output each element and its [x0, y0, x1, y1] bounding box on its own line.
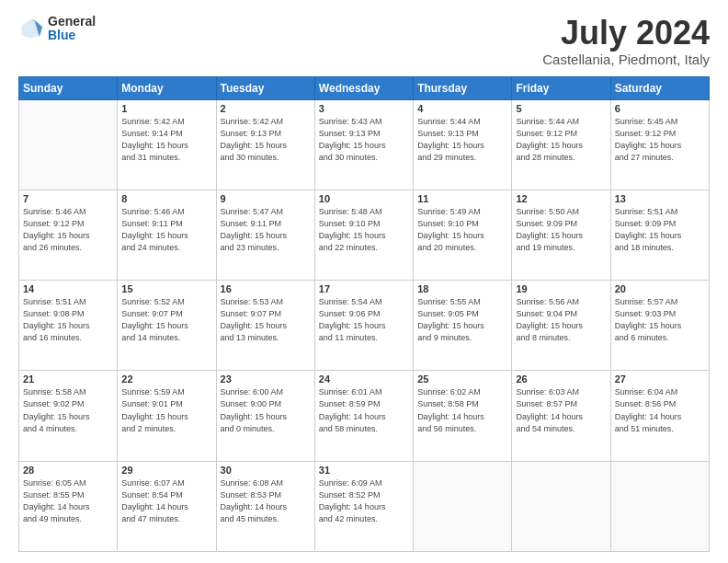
calendar-cell: 1Sunrise: 5:42 AM Sunset: 9:14 PM Daylig…: [118, 99, 216, 190]
day-info: Sunrise: 6:08 AM Sunset: 8:53 PM Dayligh…: [221, 477, 311, 525]
header: General Blue July 2024 Castellania, Pied…: [18, 15, 710, 67]
calendar-cell: 18Sunrise: 5:55 AM Sunset: 9:05 PM Dayli…: [414, 281, 512, 371]
day-number: 1: [121, 103, 211, 114]
day-number: 23: [221, 373, 311, 385]
calendar-cell: 24Sunrise: 6:01 AM Sunset: 8:59 PM Dayli…: [314, 371, 413, 461]
day-number: 6: [615, 103, 705, 114]
calendar-cell: 17Sunrise: 5:54 AM Sunset: 9:06 PM Dayli…: [314, 281, 413, 371]
day-number: 21: [23, 373, 113, 385]
day-info: Sunrise: 5:49 AM Sunset: 9:10 PM Dayligh…: [417, 206, 507, 254]
col-tuesday: Tuesday: [216, 76, 314, 99]
col-friday: Friday: [512, 76, 610, 99]
col-monday: Monday: [118, 76, 216, 99]
day-info: Sunrise: 5:56 AM Sunset: 9:04 PM Dayligh…: [516, 296, 606, 344]
calendar-cell: 31Sunrise: 6:09 AM Sunset: 8:52 PM Dayli…: [314, 461, 413, 551]
calendar-cell: 23Sunrise: 6:00 AM Sunset: 9:00 PM Dayli…: [216, 371, 314, 461]
calendar-cell: 2Sunrise: 5:42 AM Sunset: 9:13 PM Daylig…: [216, 99, 314, 190]
col-thursday: Thursday: [414, 76, 512, 99]
calendar-cell: 21Sunrise: 5:58 AM Sunset: 9:02 PM Dayli…: [19, 371, 118, 461]
day-info: Sunrise: 6:05 AM Sunset: 8:55 PM Dayligh…: [23, 477, 113, 525]
calendar-cell: 4Sunrise: 5:44 AM Sunset: 9:13 PM Daylig…: [414, 99, 512, 190]
logo-text: General Blue: [48, 15, 96, 43]
day-number: 19: [516, 283, 606, 294]
day-number: 14: [23, 283, 113, 294]
calendar-cell: 26Sunrise: 6:03 AM Sunset: 8:57 PM Dayli…: [512, 371, 610, 461]
day-number: 22: [121, 373, 211, 385]
day-info: Sunrise: 6:03 AM Sunset: 8:57 PM Dayligh…: [516, 386, 606, 434]
day-number: 17: [319, 283, 409, 294]
col-wednesday: Wednesday: [314, 76, 413, 99]
day-info: Sunrise: 5:51 AM Sunset: 9:09 PM Dayligh…: [615, 206, 705, 254]
calendar-cell: 3Sunrise: 5:43 AM Sunset: 9:13 PM Daylig…: [314, 99, 413, 190]
day-info: Sunrise: 5:59 AM Sunset: 9:01 PM Dayligh…: [121, 386, 211, 434]
calendar-cell: [414, 461, 512, 551]
day-number: 8: [121, 193, 211, 204]
day-number: 30: [221, 465, 311, 476]
day-number: 20: [615, 283, 705, 294]
calendar-cell: 9Sunrise: 5:47 AM Sunset: 9:11 PM Daylig…: [216, 190, 314, 280]
day-number: 2: [221, 103, 311, 114]
calendar-cell: 29Sunrise: 6:07 AM Sunset: 8:54 PM Dayli…: [118, 461, 216, 551]
day-info: Sunrise: 5:50 AM Sunset: 9:09 PM Dayligh…: [516, 206, 606, 254]
day-info: Sunrise: 6:09 AM Sunset: 8:52 PM Dayligh…: [319, 477, 409, 525]
day-number: 18: [417, 283, 507, 294]
calendar-cell: 10Sunrise: 5:48 AM Sunset: 9:10 PM Dayli…: [314, 190, 413, 280]
day-number: 5: [516, 103, 606, 114]
calendar-cell: 28Sunrise: 6:05 AM Sunset: 8:55 PM Dayli…: [19, 461, 118, 551]
calendar-week-1: 1Sunrise: 5:42 AM Sunset: 9:14 PM Daylig…: [19, 99, 710, 190]
calendar-cell: 15Sunrise: 5:52 AM Sunset: 9:07 PM Dayli…: [118, 281, 216, 371]
day-info: Sunrise: 5:46 AM Sunset: 9:11 PM Dayligh…: [121, 206, 211, 254]
calendar-cell: 11Sunrise: 5:49 AM Sunset: 9:10 PM Dayli…: [414, 190, 512, 280]
day-info: Sunrise: 5:53 AM Sunset: 9:07 PM Dayligh…: [221, 296, 311, 344]
day-info: Sunrise: 5:44 AM Sunset: 9:12 PM Dayligh…: [516, 116, 606, 164]
calendar-cell: 6Sunrise: 5:45 AM Sunset: 9:12 PM Daylig…: [610, 99, 709, 190]
calendar-cell: 5Sunrise: 5:44 AM Sunset: 9:12 PM Daylig…: [512, 99, 610, 190]
day-number: 29: [121, 465, 211, 476]
day-info: Sunrise: 5:51 AM Sunset: 9:08 PM Dayligh…: [23, 296, 113, 344]
calendar-cell: [19, 99, 118, 190]
calendar-cell: 12Sunrise: 5:50 AM Sunset: 9:09 PM Dayli…: [512, 190, 610, 280]
calendar-cell: 19Sunrise: 5:56 AM Sunset: 9:04 PM Dayli…: [512, 281, 610, 371]
day-info: Sunrise: 5:43 AM Sunset: 9:13 PM Dayligh…: [319, 116, 409, 164]
day-number: 26: [516, 373, 606, 385]
title-block: July 2024 Castellania, Piedmont, Italy: [542, 15, 710, 67]
page: General Blue July 2024 Castellania, Pied…: [0, 0, 728, 563]
day-info: Sunrise: 5:46 AM Sunset: 9:12 PM Dayligh…: [23, 206, 113, 254]
day-info: Sunrise: 6:07 AM Sunset: 8:54 PM Dayligh…: [121, 477, 211, 525]
calendar-header-row: Sunday Monday Tuesday Wednesday Thursday…: [19, 76, 710, 99]
day-number: 10: [319, 193, 409, 204]
calendar-week-5: 28Sunrise: 6:05 AM Sunset: 8:55 PM Dayli…: [19, 461, 710, 551]
day-info: Sunrise: 5:44 AM Sunset: 9:13 PM Dayligh…: [417, 116, 507, 164]
calendar-cell: 13Sunrise: 5:51 AM Sunset: 9:09 PM Dayli…: [610, 190, 709, 280]
calendar-week-3: 14Sunrise: 5:51 AM Sunset: 9:08 PM Dayli…: [19, 281, 710, 371]
day-info: Sunrise: 6:04 AM Sunset: 8:56 PM Dayligh…: [615, 386, 705, 434]
day-info: Sunrise: 5:57 AM Sunset: 9:03 PM Dayligh…: [615, 296, 705, 344]
day-info: Sunrise: 5:52 AM Sunset: 9:07 PM Dayligh…: [121, 296, 211, 344]
calendar-cell: 20Sunrise: 5:57 AM Sunset: 9:03 PM Dayli…: [610, 281, 709, 371]
calendar-cell: 25Sunrise: 6:02 AM Sunset: 8:58 PM Dayli…: [414, 371, 512, 461]
calendar-cell: 8Sunrise: 5:46 AM Sunset: 9:11 PM Daylig…: [118, 190, 216, 280]
day-number: 12: [516, 193, 606, 204]
calendar-cell: 27Sunrise: 6:04 AM Sunset: 8:56 PM Dayli…: [610, 371, 709, 461]
day-number: 7: [23, 193, 113, 204]
day-info: Sunrise: 6:01 AM Sunset: 8:59 PM Dayligh…: [319, 386, 409, 434]
col-sunday: Sunday: [19, 76, 118, 99]
calendar-cell: [512, 461, 610, 551]
day-number: 13: [615, 193, 705, 204]
day-info: Sunrise: 5:42 AM Sunset: 9:14 PM Dayligh…: [121, 116, 211, 164]
day-info: Sunrise: 5:54 AM Sunset: 9:06 PM Dayligh…: [319, 296, 409, 344]
day-number: 4: [417, 103, 507, 114]
day-info: Sunrise: 5:58 AM Sunset: 9:02 PM Dayligh…: [23, 386, 113, 434]
day-info: Sunrise: 5:55 AM Sunset: 9:05 PM Dayligh…: [417, 296, 507, 344]
calendar-cell: 14Sunrise: 5:51 AM Sunset: 9:08 PM Dayli…: [19, 281, 118, 371]
logo-blue: Blue: [48, 29, 96, 42]
logo-icon: [18, 16, 44, 41]
calendar-week-4: 21Sunrise: 5:58 AM Sunset: 9:02 PM Dayli…: [19, 371, 710, 461]
calendar-table: Sunday Monday Tuesday Wednesday Thursday…: [18, 76, 710, 552]
day-number: 15: [121, 283, 211, 294]
col-saturday: Saturday: [610, 76, 709, 99]
subtitle: Castellania, Piedmont, Italy: [542, 52, 710, 67]
main-title: July 2024: [542, 15, 710, 52]
day-number: 11: [417, 193, 507, 204]
day-info: Sunrise: 6:02 AM Sunset: 8:58 PM Dayligh…: [417, 386, 507, 434]
